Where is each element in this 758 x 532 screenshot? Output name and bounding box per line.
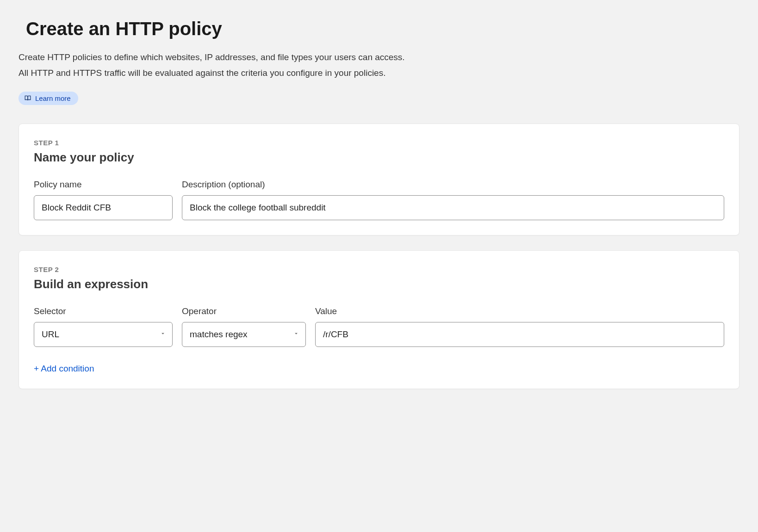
page-description: Create HTTP policies to define which web… (19, 50, 739, 80)
book-icon (24, 95, 31, 101)
operator-select[interactable]: matches regex (182, 322, 306, 347)
policy-name-label: Policy name (34, 179, 173, 190)
value-label: Value (315, 306, 724, 316)
step2-card: STEP 2 Build an expression Selector URL … (19, 250, 739, 389)
description-label: Description (optional) (182, 179, 724, 190)
page-title: Create an HTTP policy (26, 19, 739, 39)
add-condition-button[interactable]: + Add condition (34, 364, 94, 374)
value-group: Value (315, 306, 724, 347)
selector-select[interactable]: URL (34, 322, 173, 347)
step1-title: Name your policy (34, 150, 724, 165)
selector-label: Selector (34, 306, 173, 316)
operator-group: Operator matches regex (182, 306, 306, 347)
description-line-2: All HTTP and HTTPS traffic will be evalu… (19, 66, 739, 80)
step1-card: STEP 1 Name your policy Policy name Desc… (19, 124, 739, 235)
policy-name-group: Policy name (34, 179, 173, 220)
learn-more-button[interactable]: Learn more (19, 92, 78, 105)
step2-label: STEP 2 (34, 266, 724, 273)
value-input[interactable] (315, 322, 724, 347)
policy-name-input[interactable] (34, 195, 173, 220)
selector-group: Selector URL (34, 306, 173, 347)
description-input[interactable] (182, 195, 724, 220)
learn-more-label: Learn more (35, 94, 71, 102)
description-line-1: Create HTTP policies to define which web… (19, 50, 739, 64)
step2-title: Build an expression (34, 277, 724, 291)
step1-label: STEP 1 (34, 139, 724, 147)
description-group: Description (optional) (182, 179, 724, 220)
operator-label: Operator (182, 306, 306, 316)
